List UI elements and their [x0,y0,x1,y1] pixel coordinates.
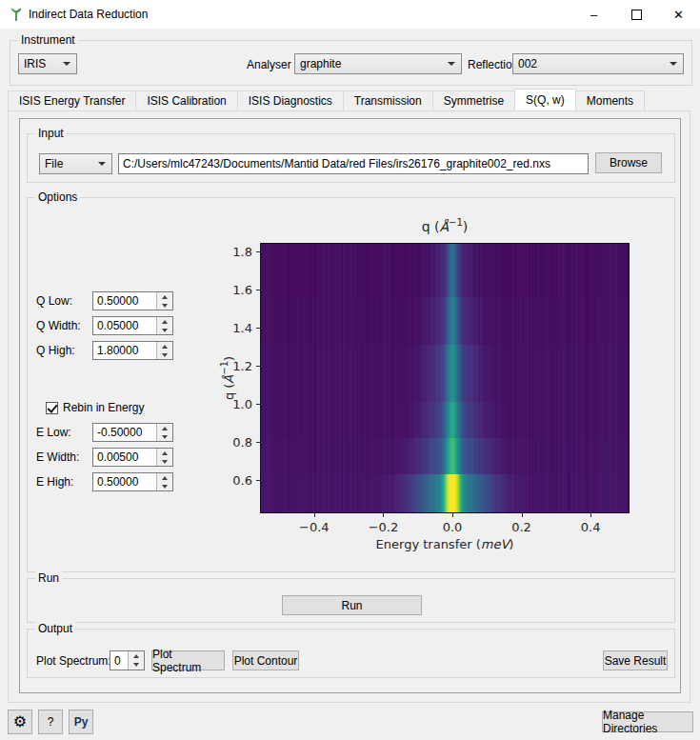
e-width-value: 0.00500 [93,449,156,466]
python-button[interactable]: Py [69,710,93,734]
input-groupbox: Input File C:/Users/mlc47243/Documents/M… [27,133,675,183]
figure-x-axis-label: Energy transfer (meV) [261,537,629,551]
tab-moments[interactable]: Moments [575,90,645,110]
check-icon [47,402,57,413]
input-source-combobox[interactable]: File [39,153,112,174]
x-tick-label: 0.2 [511,520,531,534]
x-tick-label: 0.4 [581,520,601,534]
plot-spectrum-label: Plot Spectrum: [36,654,111,668]
spin-up-icon[interactable] [157,317,172,326]
y-tick [256,328,260,329]
x-tick-label: −0.2 [369,520,399,534]
y-tick-label: 0.6 [232,473,252,488]
spectrum-number-spinbox[interactable]: 0 [110,650,145,670]
options-group-label: Options [35,190,80,204]
spin-down-icon[interactable] [157,482,172,490]
spectrum-number-value: 0 [110,651,128,670]
tab-isis-calibration[interactable]: ISIS Calibration [135,90,237,110]
output-groupbox: Output Plot Spectrum: 0 Plot Spectrum Pl… [27,629,675,678]
y-tick [256,404,260,405]
e-width-spinbox[interactable]: 0.00500 [92,448,173,467]
q-low-label: Q Low: [36,294,72,308]
maximize-button[interactable] [615,0,658,29]
file-path-value: C:/Users/mlc47243/Documents/Mantid Data/… [123,157,550,170]
rebin-checkbox[interactable] [46,402,58,414]
chevron-down-icon [448,62,455,66]
chevron-down-icon [63,62,70,66]
q-high-label: Q High: [36,344,75,357]
e-high-value: 0.50000 [93,473,156,490]
spin-down-icon[interactable] [157,432,172,441]
q-low-value: 0.50000 [93,292,156,310]
y-tick-label: 1.8 [232,245,252,259]
settings-button[interactable]: ⚙ [8,710,32,734]
tab-transmission[interactable]: Transmission [343,90,433,110]
spin-up-icon[interactable] [157,342,172,350]
x-tick-label: 0.0 [443,520,463,534]
gear-icon: ⚙ [13,714,27,730]
figure-title: q (Å−1) [261,217,629,234]
tab-symmetrise[interactable]: Symmetrise [432,90,515,110]
analyser-combobox-value: graphite [295,57,448,70]
file-path-input[interactable]: C:/Users/mlc47243/Documents/Mantid Data/… [118,153,589,174]
plot-spectrum-button[interactable]: Plot Spectrum [151,650,225,670]
analyser-combobox[interactable]: graphite [294,53,462,74]
spin-down-icon[interactable] [157,326,172,334]
q-width-label: Q Width: [36,319,81,332]
browse-button[interactable]: Browse [595,152,662,173]
q-low-spinbox[interactable]: 0.50000 [92,291,173,310]
sqw-heatmap-canvas [260,243,630,513]
spin-up-icon[interactable] [157,292,172,301]
y-tick [256,442,260,443]
x-tick [314,513,315,517]
tab-isis-energy-transfer[interactable]: ISIS Energy Transfer [8,90,136,110]
tab-sqw[interactable]: S(Q, w) [514,89,576,110]
help-button[interactable]: ? [38,710,63,734]
chevron-down-icon [98,162,106,166]
e-low-value: -0.50000 [93,424,156,441]
q-width-spinbox[interactable]: 0.05000 [92,316,173,335]
manage-directories-button[interactable]: Manage Directories [602,711,693,732]
spin-up-icon[interactable] [157,424,172,432]
e-low-spinbox[interactable]: -0.50000 [92,423,173,442]
close-button[interactable]: ✕ [657,0,700,29]
y-tick-label: 1.0 [232,397,252,411]
minimize-button[interactable]: – [572,0,615,29]
close-icon: ✕ [673,8,684,22]
q-high-spinbox[interactable]: 1.80000 [92,341,173,360]
run-group-label: Run [35,571,62,585]
e-width-label: E Width: [36,450,79,464]
save-result-button[interactable]: Save Result [603,650,668,670]
e-high-spinbox[interactable]: 0.50000 [92,472,173,491]
reflection-label: Reflection [468,58,518,71]
minimize-icon: – [590,8,597,22]
spin-up-icon[interactable] [157,473,172,482]
y-tick-label: 1.2 [232,359,252,373]
q-high-value: 1.80000 [93,342,156,359]
spin-down-icon[interactable] [129,661,144,670]
analyser-label: Analyser [247,58,291,71]
reflection-combobox[interactable]: 002 [512,53,684,74]
spin-up-icon[interactable] [129,651,144,661]
help-icon: ? [48,715,54,729]
plot-contour-button[interactable]: Plot Contour [232,650,299,670]
mantid-app-icon [9,7,24,22]
output-group-label: Output [35,622,75,635]
y-tick-label: 0.8 [232,435,252,450]
run-button[interactable]: Run [282,595,422,615]
e-high-label: E High: [36,475,73,489]
spin-down-icon[interactable] [157,457,172,466]
title-bar: Indirect Data Reduction – ✕ [0,0,700,29]
run-groupbox: Run Run [27,578,675,623]
x-tick [383,513,384,517]
tab-isis-diagnostics[interactable]: ISIS Diagnostics [237,90,344,110]
input-source-value: File [40,157,98,170]
y-tick [256,290,260,290]
spin-down-icon[interactable] [157,301,172,310]
spin-up-icon[interactable] [157,449,172,457]
instrument-combobox[interactable]: IRIS [18,53,77,74]
reflection-combobox-value: 002 [513,57,670,70]
maximize-icon [631,10,642,20]
spin-down-icon[interactable] [157,350,172,359]
x-tick-label: −0.4 [299,520,330,534]
